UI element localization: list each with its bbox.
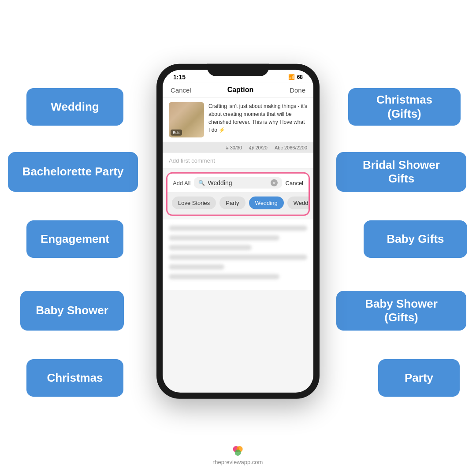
- hashtag-chip-wedding[interactable]: Wedding: [249, 197, 284, 209]
- phone-notch: [207, 64, 269, 76]
- blur-line-4: [169, 255, 307, 260]
- hashtag-chips: Love StoriesPartyWeddingWedding Cake: [167, 192, 309, 215]
- app-logo-icon: [232, 445, 244, 457]
- post-caption: Crafting isn't just about making things …: [208, 102, 307, 138]
- battery-icon: 68: [297, 74, 303, 80]
- hashtag-count: # 30/30: [226, 145, 242, 150]
- post-preview: Edit Crafting isn't just about making th…: [163, 98, 313, 142]
- done-button[interactable]: Done: [290, 86, 305, 93]
- category-btn-christmas-gifts[interactable]: Christmas (Gifts): [348, 88, 461, 126]
- search-cancel-button[interactable]: Cancel: [286, 179, 303, 186]
- edit-label[interactable]: Edit: [171, 130, 182, 136]
- add-all-button[interactable]: Add All: [173, 179, 190, 186]
- cancel-button[interactable]: Cancel: [171, 86, 191, 93]
- hashtag-search-area: Add All 🔍 Wedding ✕ Cancel Love StoriesP…: [166, 172, 310, 216]
- char-count: Abc 2066/2200: [275, 145, 307, 150]
- blurred-content: [163, 219, 313, 290]
- category-btn-christmas-left[interactable]: Christmas: [26, 359, 123, 397]
- wifi-icon: 📶: [288, 74, 295, 80]
- caption-title: Caption: [227, 86, 254, 94]
- hashtag-chip-party[interactable]: Party: [219, 197, 245, 209]
- stats-bar: # 30/30 @ 20/20 Abc 2066/2200: [163, 142, 313, 153]
- category-btn-bachelorette[interactable]: Bachelorette Party: [8, 152, 138, 192]
- comment-area[interactable]: Add first comment: [163, 153, 313, 169]
- category-btn-party-right[interactable]: Party: [378, 359, 460, 397]
- status-icons: 📶 68: [288, 74, 303, 80]
- comment-placeholder: Add first comment: [169, 157, 215, 164]
- category-btn-baby-shower-gifts[interactable]: Baby Shower (Gifts): [336, 291, 466, 331]
- category-btn-bridal-shower-gifts[interactable]: Bridal Shower Gifts: [336, 152, 466, 192]
- hashtag-chip-love-stories[interactable]: Love Stories: [172, 197, 216, 209]
- logo-area: thepreviewapp.com: [213, 445, 263, 465]
- caption-header: Cancel Caption Done: [163, 82, 313, 98]
- category-btn-engagement[interactable]: Engagement: [26, 220, 123, 258]
- logo-text: thepreviewapp.com: [213, 459, 263, 465]
- hashtag-chip-wedding-cake[interactable]: Wedding Cake: [287, 197, 309, 209]
- phone-mockup: 1:15 📶 68 Cancel Caption Done Edit Craft…: [156, 64, 320, 399]
- svg-point-2: [235, 450, 241, 456]
- category-btn-wedding[interactable]: Wedding: [26, 88, 123, 126]
- search-input-wrap[interactable]: 🔍 Wedding ✕: [194, 177, 282, 189]
- blur-line-2: [169, 235, 279, 241]
- search-bar: Add All 🔍 Wedding ✕ Cancel: [167, 174, 309, 192]
- blur-line-1: [169, 226, 307, 231]
- search-value: Wedding: [208, 179, 268, 186]
- mention-count: @ 20/20: [249, 145, 268, 150]
- post-thumbnail: Edit: [169, 102, 204, 138]
- status-time: 1:15: [173, 74, 186, 81]
- search-clear-button[interactable]: ✕: [271, 179, 278, 186]
- category-btn-baby-shower-left[interactable]: Baby Shower: [20, 291, 124, 331]
- blur-line-3: [169, 245, 252, 250]
- blur-line-6: [169, 274, 279, 279]
- blur-line-5: [169, 264, 224, 270]
- search-icon: 🔍: [198, 180, 205, 186]
- category-btn-baby-gifts[interactable]: Baby Gifts: [364, 220, 467, 258]
